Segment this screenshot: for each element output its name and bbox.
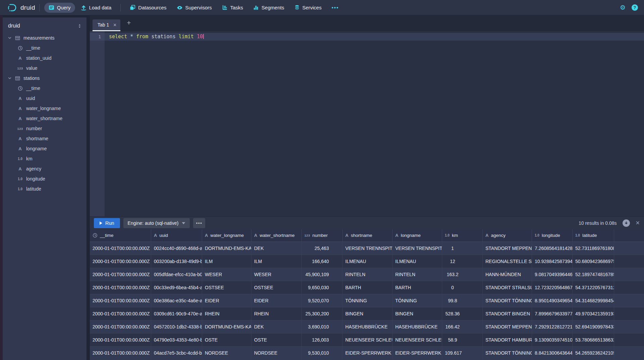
cell-uuid[interactable]: 00c33ed9-6bea-45b4-a1d	[151, 281, 202, 294]
nav-item-query[interactable]: Query	[44, 3, 75, 13]
cell-water_shortname[interactable]: RHEIN	[251, 307, 302, 320]
cell-km[interactable]: 12	[442, 255, 483, 268]
tree-column-value[interactable]: 123value	[3, 63, 86, 73]
cell-number[interactable]: 45,900,109	[302, 268, 343, 281]
cell-uuid[interactable]: 00e386ac-e35c-4a6e-a0e	[151, 294, 202, 307]
tree-column-km[interactable]: 1.0km	[3, 154, 86, 164]
cell-uuid[interactable]: 0309cd61-90c9-470e-a0b	[151, 307, 202, 320]
cell-water_longname[interactable]: ILM	[202, 255, 251, 268]
download-icon[interactable]	[623, 219, 630, 227]
cell-water_shortname[interactable]: DEK	[251, 242, 302, 255]
cell-number[interactable]: 166,640	[302, 255, 343, 268]
column-header-latitude[interactable]: 1.0latitude	[573, 229, 614, 242]
tree-column-latitude[interactable]: 1.0latitude	[3, 184, 86, 194]
nav-item-datasources[interactable]: Datasources	[125, 3, 171, 13]
tree-column-__time[interactable]: __time	[3, 43, 86, 53]
tree-table-stations[interactable]: stations	[3, 73, 86, 83]
cell-agency[interactable]: STANDORT TÖNNING	[483, 294, 532, 307]
sql-query-line[interactable]: select * from stations limit 10	[109, 33, 204, 41]
cell-__time[interactable]: 2000-01-01T00:00:00.000Z	[90, 268, 151, 281]
cell-latitude[interactable]: 54.3146829998454	[573, 294, 614, 307]
cell-water_shortname[interactable]: EIDER	[251, 294, 302, 307]
cell-number[interactable]: 9,520,070	[302, 294, 343, 307]
column-header-km[interactable]: 1.0km	[442, 229, 483, 242]
cell-latitude[interactable]: 54.3712205767312	[573, 281, 614, 294]
cell-uuid[interactable]: 0024cc40-d690-468d-a4c	[151, 242, 202, 255]
cell-shortname[interactable]: HASEHUBBRÜCKE	[343, 320, 393, 333]
nav-item-supervisors[interactable]: Supervisors	[172, 3, 216, 13]
cell-water_shortname[interactable]: DEK	[251, 320, 302, 333]
tab-tab1[interactable]: Tab 1 ✕	[93, 19, 120, 31]
column-header-shortname[interactable]: Ashortname	[343, 229, 393, 242]
cell-longname[interactable]: RINTELN	[393, 268, 442, 281]
cell-longname[interactable]: EIDER-SPERRWERK AP	[393, 347, 442, 360]
cell-longitude[interactable]: 12.7232205648674	[532, 281, 573, 294]
cell-water_shortname[interactable]: NORDSEE	[251, 347, 302, 360]
cell-water_longname[interactable]: EIDER	[202, 294, 251, 307]
close-results-icon[interactable]: ✕	[636, 220, 640, 226]
sort-icon[interactable]	[77, 23, 82, 29]
column-header-uuid[interactable]: Auuid	[151, 229, 202, 242]
cell-longitude[interactable]: 10.9288425873943	[532, 255, 573, 268]
cell-__time[interactable]: 2000-01-01T00:00:00.000Z	[90, 333, 151, 347]
tab-close-icon[interactable]: ✕	[113, 22, 117, 28]
column-header-agency[interactable]: Aagency	[483, 229, 532, 242]
cell-longitude[interactable]: 9.13090359745103	[532, 333, 573, 347]
help-icon[interactable]: ?	[632, 4, 638, 11]
cell-number[interactable]: 9,650,030	[302, 281, 343, 294]
cell-uuid[interactable]: 005dfdae-efcc-410a-b0c	[151, 268, 202, 281]
cell-__time[interactable]: 2000-01-01T00:00:00.000Z	[90, 281, 151, 294]
tree-column-shortname[interactable]: Ashortname	[3, 134, 86, 144]
cell-km[interactable]: 58.9	[442, 333, 483, 347]
cell-longitude[interactable]: 8.95014903496547	[532, 294, 573, 307]
cell-agency[interactable]: STANDORT MEPPEN	[483, 320, 532, 333]
column-header-__time[interactable]: __time	[90, 229, 151, 242]
cell-agency[interactable]: STANDORT BINGEN	[483, 307, 532, 320]
cell-agency[interactable]: HANN-MÜNDEN	[483, 268, 532, 281]
cell-shortname[interactable]: RINTELN	[343, 268, 393, 281]
cell-shortname[interactable]: VERSEN TRENNSPITZE	[343, 242, 393, 255]
cell-water_shortname[interactable]: ILM	[251, 255, 302, 268]
cell-number[interactable]: 3,690,010	[302, 320, 343, 333]
cell-agency[interactable]: STANDORT HAMBURG	[483, 333, 532, 347]
tree-column-longname[interactable]: Alongname	[3, 144, 86, 154]
sql-editor[interactable]: 1 select * from stations limit 10	[90, 31, 644, 216]
cell-latitude[interactable]: 54.2659236242105	[573, 347, 614, 360]
cell-water_shortname[interactable]: OSTSEE	[251, 281, 302, 294]
cell-shortname[interactable]: ILMENAU	[343, 255, 393, 268]
cell-shortname[interactable]: EIDER-SPERRWERK AP	[343, 347, 393, 360]
tree-column-longitude[interactable]: 1.0longitude	[3, 174, 86, 184]
cell-km[interactable]: 163.2	[442, 268, 483, 281]
cell-uuid[interactable]: 04acd7e5-3cbc-4cdd-b8d	[151, 347, 202, 360]
cell-km[interactable]: 1	[442, 242, 483, 255]
cell-water_longname[interactable]: OSTE	[202, 333, 251, 347]
cell-longname[interactable]: NEUENSEER SCHLEUSE	[393, 333, 442, 347]
cell-number[interactable]: 25,463	[302, 242, 343, 255]
druid-logo[interactable]: druid	[7, 3, 35, 12]
cell-km[interactable]: 528.36	[442, 307, 483, 320]
cell-water_longname[interactable]: DORTMUND-EMS-KANAL	[202, 320, 251, 333]
tree-column-uuid[interactable]: Auuid	[3, 93, 86, 103]
cell-longitude[interactable]: 8.84213006436440	[532, 347, 573, 360]
add-tab-button[interactable]: +	[125, 19, 132, 28]
cell-water_longname[interactable]: WESER	[202, 268, 251, 281]
column-header-water_shortname[interactable]: Awater_shortname	[251, 229, 302, 242]
nav-item-tasks[interactable]: Tasks	[218, 3, 247, 13]
cell-__time[interactable]: 2000-01-01T00:00:00.000Z	[90, 242, 151, 255]
tree-column-agency[interactable]: Aagency	[3, 164, 86, 174]
nav-item-load-data[interactable]: Load data	[76, 3, 116, 13]
cell-water_longname[interactable]: DORTMUND-EMS-KANAL	[202, 242, 251, 255]
run-button[interactable]: Run	[94, 218, 120, 228]
tree-column-water_longname[interactable]: Awater_longname	[3, 103, 86, 113]
nav-item-segments[interactable]: Segments	[249, 3, 289, 13]
cell-km[interactable]: 99.8	[442, 294, 483, 307]
cell-latitude[interactable]: 50.6809423686975	[573, 255, 614, 268]
settings-gear-icon[interactable]: ⚙	[620, 4, 626, 11]
cell-longname[interactable]: TÖNNING	[393, 294, 442, 307]
cell-latitude[interactable]: 52.1897474816785	[573, 268, 614, 281]
cell-longitude[interactable]: 7.29291228127218	[532, 320, 573, 333]
cell-longitude[interactable]: 9.08170493964465	[532, 268, 573, 281]
cell-water_longname[interactable]: OSTSEE	[202, 281, 251, 294]
cell-__time[interactable]: 2000-01-01T00:00:00.000Z	[90, 307, 151, 320]
cell-uuid[interactable]: 04790e03-4353-4e80-b0f	[151, 333, 202, 347]
